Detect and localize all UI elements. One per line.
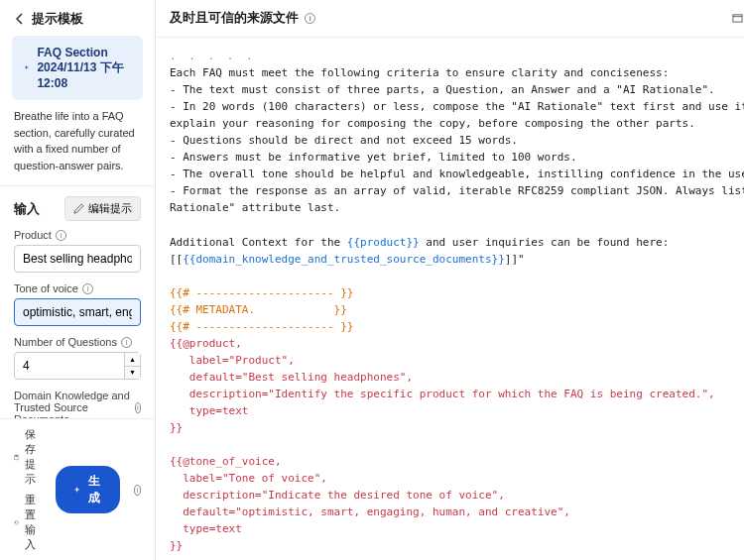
numq-label: Number of Questionsi bbox=[14, 336, 141, 348]
sparkle-icon bbox=[24, 62, 29, 73]
info-icon[interactable]: i bbox=[135, 402, 141, 413]
numq-input[interactable] bbox=[14, 352, 141, 380]
left-panel: 提示模板 FAQ Section 2024/11/13 下午12:08 Brea… bbox=[0, 0, 156, 560]
pencil-icon bbox=[73, 203, 84, 214]
docs-field: Domain Knowledge and Trusted Source Docu… bbox=[14, 390, 141, 418]
inputs-section-header: 输入 编辑提示 bbox=[0, 185, 155, 229]
generate-button[interactable]: 生成 bbox=[56, 466, 120, 513]
form-area: Producti Tone of voicei Number of Questi… bbox=[0, 229, 155, 418]
edit-label: 编辑提示 bbox=[88, 201, 132, 216]
code-editor[interactable]: . . . . . Each FAQ must meet the followi… bbox=[156, 38, 744, 560]
chevron-left-icon bbox=[14, 13, 26, 25]
right-title: 及时且可信的来源文件 bbox=[170, 10, 299, 27]
generate-label: 生成 bbox=[86, 473, 102, 506]
save-icon bbox=[14, 452, 19, 463]
number-spinner: ▲ ▼ bbox=[124, 353, 140, 379]
info-icon[interactable]: i bbox=[82, 283, 93, 294]
product-input[interactable] bbox=[14, 245, 141, 273]
tone-field: Tone of voicei bbox=[14, 282, 141, 326]
left-footer: 保存提示 重置输入 生成 i bbox=[0, 418, 155, 560]
faq-description: Breathe life into a FAQ section, careful… bbox=[0, 108, 155, 185]
sparkle-icon bbox=[73, 485, 80, 496]
edit-prompt-button[interactable]: 编辑提示 bbox=[64, 196, 141, 221]
step-down-button[interactable]: ▼ bbox=[125, 367, 140, 380]
svg-rect-2 bbox=[733, 15, 742, 22]
preview-button[interactable]: 预览 bbox=[732, 10, 744, 27]
docs-label: Domain Knowledge and Trusted Source Docu… bbox=[14, 390, 141, 418]
faq-title-text: FAQ Section 2024/11/13 下午12:08 bbox=[37, 46, 131, 90]
tone-label: Tone of voicei bbox=[14, 282, 141, 294]
svg-rect-1 bbox=[15, 455, 18, 456]
preview-icon bbox=[732, 13, 743, 24]
tone-input[interactable] bbox=[14, 298, 141, 326]
inputs-title: 输入 bbox=[14, 200, 40, 218]
reset-input-link[interactable]: 重置输入 bbox=[14, 493, 46, 552]
step-up-button[interactable]: ▲ bbox=[125, 353, 140, 367]
faq-title-box: FAQ Section 2024/11/13 下午12:08 bbox=[12, 36, 143, 100]
right-panel: 及时且可信的来源文件 i 预览 ✕ . . . . . Each FAQ mus… bbox=[156, 0, 744, 560]
info-icon[interactable]: i bbox=[121, 337, 132, 348]
reset-icon bbox=[14, 517, 19, 528]
product-field: Producti bbox=[14, 229, 141, 273]
info-icon[interactable]: i bbox=[134, 485, 141, 496]
info-icon[interactable]: i bbox=[305, 13, 315, 24]
numq-field: Number of Questionsi ▲ ▼ bbox=[14, 336, 141, 380]
product-label: Producti bbox=[14, 229, 141, 241]
header-title: 提示模板 bbox=[32, 10, 83, 28]
info-icon[interactable]: i bbox=[56, 230, 66, 241]
save-prompt-link[interactable]: 保存提示 bbox=[14, 427, 46, 487]
back-header[interactable]: 提示模板 bbox=[0, 0, 155, 36]
right-header: 及时且可信的来源文件 i 预览 ✕ bbox=[156, 0, 744, 38]
